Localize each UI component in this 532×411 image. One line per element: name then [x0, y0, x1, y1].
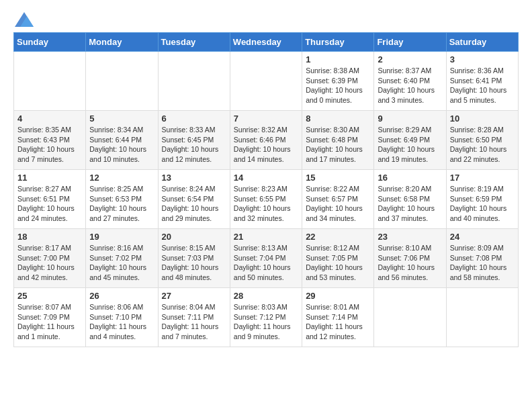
cell-text: Sunrise: 8:25 AM	[89, 184, 154, 194]
day-number: 13	[162, 173, 226, 183]
cell-text: and 3 minutes.	[378, 95, 442, 105]
cell-text: Daylight: 10 hours	[450, 85, 515, 95]
week-row-3: 11Sunrise: 8:27 AMSunset: 6:51 PMDayligh…	[14, 170, 519, 229]
week-row-5: 25Sunrise: 8:07 AMSunset: 7:09 PMDayligh…	[14, 288, 519, 347]
cell-text: Sunset: 7:00 PM	[17, 253, 82, 263]
cell-text: Sunrise: 8:33 AM	[162, 125, 226, 135]
cell-text: Sunset: 6:53 PM	[89, 194, 154, 204]
cell-text: Sunrise: 8:37 AM	[378, 66, 442, 76]
calendar-cell: 25Sunrise: 8:07 AMSunset: 7:09 PMDayligh…	[14, 288, 86, 347]
cell-text: Daylight: 10 hours	[234, 263, 298, 273]
calendar-cell: 14Sunrise: 8:23 AMSunset: 6:55 PMDayligh…	[230, 170, 302, 229]
cell-text: Sunset: 6:40 PM	[378, 76, 442, 86]
cell-text: Sunset: 7:11 PM	[162, 312, 226, 322]
calendar-cell: 26Sunrise: 8:06 AMSunset: 7:10 PMDayligh…	[86, 288, 158, 347]
calendar-cell	[374, 288, 446, 347]
day-number: 21	[234, 232, 298, 242]
weekday-header-tuesday: Tuesday	[158, 33, 230, 52]
day-number: 23	[378, 232, 442, 242]
day-number: 3	[450, 54, 515, 64]
cell-text: Sunset: 6:46 PM	[234, 135, 298, 145]
calendar-cell: 11Sunrise: 8:27 AMSunset: 6:51 PMDayligh…	[14, 170, 86, 229]
cell-text: Sunset: 7:05 PM	[306, 253, 370, 263]
cell-text: Sunset: 6:45 PM	[162, 135, 226, 145]
weekday-header-monday: Monday	[86, 33, 158, 52]
calendar-cell: 18Sunrise: 8:17 AMSunset: 7:00 PMDayligh…	[14, 229, 86, 288]
calendar-cell: 27Sunrise: 8:04 AMSunset: 7:11 PMDayligh…	[158, 288, 230, 347]
cell-text: Sunrise: 8:03 AM	[234, 302, 298, 312]
calendar-cell: 21Sunrise: 8:13 AMSunset: 7:04 PMDayligh…	[230, 229, 302, 288]
week-row-1: 1Sunrise: 8:38 AMSunset: 6:39 PMDaylight…	[14, 52, 519, 111]
cell-text: Sunrise: 8:01 AM	[306, 302, 370, 312]
cell-text: Sunrise: 8:24 AM	[162, 184, 226, 194]
calendar-cell: 1Sunrise: 8:38 AMSunset: 6:39 PMDaylight…	[302, 52, 374, 111]
calendar-cell	[230, 52, 302, 111]
cell-text: and 7 minutes.	[162, 332, 226, 342]
cell-text: Sunset: 7:04 PM	[234, 253, 298, 263]
cell-text: Sunset: 6:50 PM	[450, 135, 515, 145]
day-number: 17	[450, 173, 515, 183]
cell-text: Sunrise: 8:27 AM	[17, 184, 82, 194]
day-number: 11	[17, 173, 82, 183]
calendar-cell: 13Sunrise: 8:24 AMSunset: 6:54 PMDayligh…	[158, 170, 230, 229]
cell-text: Sunrise: 8:29 AM	[378, 125, 442, 135]
calendar-cell: 9Sunrise: 8:29 AMSunset: 6:49 PMDaylight…	[374, 111, 446, 170]
cell-text: and 1 minute.	[17, 332, 82, 342]
cell-text: Daylight: 10 hours	[306, 85, 370, 95]
cell-text: Sunset: 6:57 PM	[306, 194, 370, 204]
day-number: 14	[234, 173, 298, 183]
cell-text: Daylight: 11 hours	[162, 322, 226, 332]
cell-text: Sunrise: 8:30 AM	[306, 125, 370, 135]
calendar-cell	[86, 52, 158, 111]
cell-text: Daylight: 10 hours	[234, 144, 298, 154]
day-number: 19	[89, 232, 154, 242]
day-number: 15	[306, 173, 370, 183]
cell-text: Daylight: 10 hours	[378, 144, 442, 154]
cell-text: Sunset: 7:14 PM	[306, 312, 370, 322]
cell-text: and 50 minutes.	[234, 273, 298, 283]
day-number: 12	[89, 173, 154, 183]
cell-text: and 19 minutes.	[378, 154, 442, 165]
cell-text: and 58 minutes.	[450, 273, 515, 283]
header	[13, 12, 519, 27]
calendar-cell: 17Sunrise: 8:19 AMSunset: 6:59 PMDayligh…	[446, 170, 518, 229]
cell-text: Sunrise: 8:28 AM	[450, 125, 515, 135]
cell-text: Daylight: 10 hours	[306, 263, 370, 273]
day-number: 27	[162, 291, 226, 301]
cell-text: Daylight: 10 hours	[162, 144, 226, 154]
cell-text: Sunrise: 8:19 AM	[450, 184, 515, 194]
cell-text: and 22 minutes.	[450, 154, 515, 165]
cell-text: Sunrise: 8:20 AM	[378, 184, 442, 194]
cell-text: and 34 minutes.	[306, 214, 370, 224]
day-number: 26	[89, 291, 154, 301]
cell-text: Sunset: 6:48 PM	[306, 135, 370, 145]
cell-text: and 10 minutes.	[89, 154, 154, 165]
cell-text: Sunrise: 8:38 AM	[306, 66, 370, 76]
cell-text: Daylight: 11 hours	[17, 322, 82, 332]
cell-text: and 24 minutes.	[17, 214, 82, 224]
cell-text: Sunrise: 8:10 AM	[378, 243, 442, 253]
day-number: 22	[306, 232, 370, 242]
cell-text: and 40 minutes.	[450, 214, 515, 224]
week-row-4: 18Sunrise: 8:17 AMSunset: 7:00 PMDayligh…	[14, 229, 519, 288]
cell-text: and 4 minutes.	[89, 332, 154, 342]
weekday-header-sunday: Sunday	[14, 33, 86, 52]
logo-icon	[15, 12, 34, 27]
cell-text: and 9 minutes.	[234, 332, 298, 342]
page: SundayMondayTuesdayWednesdayThursdayFrid…	[0, 0, 532, 354]
day-number: 16	[378, 173, 442, 183]
day-number: 9	[378, 113, 442, 124]
cell-text: and 32 minutes.	[234, 214, 298, 224]
cell-text: Sunset: 6:49 PM	[378, 135, 442, 145]
cell-text: Sunset: 7:09 PM	[17, 312, 82, 322]
day-number: 29	[306, 291, 370, 301]
cell-text: Sunrise: 8:22 AM	[306, 184, 370, 194]
cell-text: Sunrise: 8:35 AM	[17, 125, 82, 135]
cell-text: and 12 minutes.	[306, 332, 370, 342]
cell-text: Sunset: 6:41 PM	[450, 76, 515, 86]
cell-text: Daylight: 10 hours	[17, 203, 82, 214]
calendar-cell	[158, 52, 230, 111]
weekday-header-thursday: Thursday	[302, 33, 374, 52]
cell-text: Sunset: 7:06 PM	[378, 253, 442, 263]
cell-text: Sunrise: 8:36 AM	[450, 66, 515, 76]
